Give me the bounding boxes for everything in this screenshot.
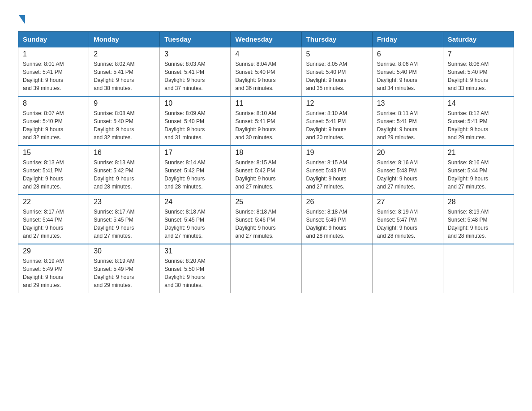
col-header-sunday: Sunday — [18, 32, 89, 47]
calendar-day-cell: 6 Sunrise: 8:06 AM Sunset: 5:40 PM Dayli… — [372, 47, 443, 96]
logo — [18, 13, 25, 22]
day-number: 24 — [164, 198, 226, 206]
calendar-day-cell: 25 Sunrise: 8:18 AM Sunset: 5:46 PM Dayl… — [231, 195, 301, 244]
calendar-day-cell: 9 Sunrise: 8:08 AM Sunset: 5:40 PM Dayli… — [89, 96, 160, 146]
day-info: Sunrise: 8:01 AM Sunset: 5:41 PM Dayligh… — [23, 60, 84, 92]
calendar-day-cell: 13 Sunrise: 8:11 AM Sunset: 5:41 PM Dayl… — [372, 96, 443, 146]
day-info: Sunrise: 8:08 AM Sunset: 5:40 PM Dayligh… — [94, 109, 155, 141]
col-header-wednesday: Wednesday — [231, 32, 301, 47]
calendar-day-cell: 7 Sunrise: 8:06 AM Sunset: 5:40 PM Dayli… — [443, 47, 514, 96]
day-info: Sunrise: 8:19 AM Sunset: 5:47 PM Dayligh… — [377, 208, 438, 240]
day-info: Sunrise: 8:18 AM Sunset: 5:46 PM Dayligh… — [306, 208, 368, 240]
day-number: 9 — [94, 99, 155, 107]
day-number: 12 — [306, 99, 368, 107]
calendar-day-cell: 21 Sunrise: 8:16 AM Sunset: 5:44 PM Dayl… — [443, 146, 514, 195]
day-info: Sunrise: 8:14 AM Sunset: 5:42 PM Dayligh… — [164, 158, 226, 191]
calendar-day-cell: 16 Sunrise: 8:13 AM Sunset: 5:42 PM Dayl… — [89, 146, 160, 195]
day-number: 15 — [23, 149, 84, 157]
calendar-day-cell: 14 Sunrise: 8:12 AM Sunset: 5:41 PM Dayl… — [443, 96, 514, 146]
calendar-day-cell — [372, 244, 443, 293]
calendar-day-cell: 12 Sunrise: 8:10 AM Sunset: 5:41 PM Dayl… — [301, 96, 372, 146]
col-header-tuesday: Tuesday — [160, 32, 231, 47]
calendar-day-cell: 27 Sunrise: 8:19 AM Sunset: 5:47 PM Dayl… — [372, 195, 443, 244]
day-info: Sunrise: 8:05 AM Sunset: 5:40 PM Dayligh… — [306, 60, 368, 92]
calendar-day-cell: 23 Sunrise: 8:17 AM Sunset: 5:45 PM Dayl… — [89, 195, 160, 244]
calendar-day-cell: 20 Sunrise: 8:16 AM Sunset: 5:43 PM Dayl… — [372, 146, 443, 195]
day-number: 11 — [235, 99, 296, 107]
day-info: Sunrise: 8:17 AM Sunset: 5:44 PM Dayligh… — [23, 208, 84, 240]
calendar-day-cell: 4 Sunrise: 8:04 AM Sunset: 5:40 PM Dayli… — [231, 47, 301, 96]
logo-arrow-icon — [19, 15, 25, 24]
day-number: 5 — [306, 50, 368, 58]
calendar-day-cell: 26 Sunrise: 8:18 AM Sunset: 5:46 PM Dayl… — [301, 195, 372, 244]
day-info: Sunrise: 8:15 AM Sunset: 5:43 PM Dayligh… — [306, 158, 368, 191]
day-info: Sunrise: 8:13 AM Sunset: 5:41 PM Dayligh… — [23, 158, 84, 191]
day-number: 31 — [164, 247, 226, 255]
day-number: 17 — [164, 149, 226, 157]
day-number: 2 — [94, 50, 155, 58]
calendar-day-cell: 10 Sunrise: 8:09 AM Sunset: 5:40 PM Dayl… — [160, 96, 231, 146]
day-number: 27 — [377, 198, 438, 206]
calendar-table: SundayMondayTuesdayWednesdayThursdayFrid… — [18, 31, 514, 293]
day-info: Sunrise: 8:06 AM Sunset: 5:40 PM Dayligh… — [377, 60, 438, 92]
day-number: 28 — [448, 198, 509, 206]
day-number: 23 — [94, 198, 155, 206]
day-number: 10 — [164, 99, 226, 107]
day-info: Sunrise: 8:18 AM Sunset: 5:45 PM Dayligh… — [164, 208, 226, 240]
day-info: Sunrise: 8:07 AM Sunset: 5:40 PM Dayligh… — [23, 109, 84, 141]
calendar-day-cell: 3 Sunrise: 8:03 AM Sunset: 5:41 PM Dayli… — [160, 47, 231, 96]
calendar-day-cell: 31 Sunrise: 8:20 AM Sunset: 5:50 PM Dayl… — [160, 244, 231, 293]
day-info: Sunrise: 8:11 AM Sunset: 5:41 PM Dayligh… — [377, 109, 438, 141]
day-info: Sunrise: 8:03 AM Sunset: 5:41 PM Dayligh… — [164, 60, 226, 92]
col-header-monday: Monday — [89, 32, 160, 47]
calendar-day-cell — [231, 244, 301, 293]
day-info: Sunrise: 8:15 AM Sunset: 5:42 PM Dayligh… — [235, 158, 296, 191]
calendar-day-cell: 24 Sunrise: 8:18 AM Sunset: 5:45 PM Dayl… — [160, 195, 231, 244]
day-info: Sunrise: 8:19 AM Sunset: 5:49 PM Dayligh… — [94, 257, 155, 289]
calendar-day-cell: 28 Sunrise: 8:19 AM Sunset: 5:48 PM Dayl… — [443, 195, 514, 244]
calendar-day-cell — [443, 244, 514, 293]
calendar-day-cell: 2 Sunrise: 8:02 AM Sunset: 5:41 PM Dayli… — [89, 47, 160, 96]
calendar-day-cell: 19 Sunrise: 8:15 AM Sunset: 5:43 PM Dayl… — [301, 146, 372, 195]
day-info: Sunrise: 8:19 AM Sunset: 5:48 PM Dayligh… — [448, 208, 509, 240]
day-info: Sunrise: 8:04 AM Sunset: 5:40 PM Dayligh… — [235, 60, 296, 92]
day-number: 22 — [23, 198, 84, 206]
calendar-day-cell: 1 Sunrise: 8:01 AM Sunset: 5:41 PM Dayli… — [18, 47, 89, 96]
day-number: 7 — [448, 50, 509, 58]
day-number: 13 — [377, 99, 438, 107]
day-number: 25 — [235, 198, 296, 206]
day-info: Sunrise: 8:10 AM Sunset: 5:41 PM Dayligh… — [306, 109, 368, 141]
calendar-day-cell: 5 Sunrise: 8:05 AM Sunset: 5:40 PM Dayli… — [301, 47, 372, 96]
col-header-friday: Friday — [372, 32, 443, 47]
day-number: 18 — [235, 149, 296, 157]
calendar-day-cell: 11 Sunrise: 8:10 AM Sunset: 5:41 PM Dayl… — [231, 96, 301, 146]
day-number: 3 — [164, 50, 226, 58]
calendar-day-cell: 30 Sunrise: 8:19 AM Sunset: 5:49 PM Dayl… — [89, 244, 160, 293]
day-info: Sunrise: 8:18 AM Sunset: 5:46 PM Dayligh… — [235, 208, 296, 240]
day-number: 20 — [377, 149, 438, 157]
calendar-day-cell — [301, 244, 372, 293]
day-info: Sunrise: 8:16 AM Sunset: 5:44 PM Dayligh… — [448, 158, 509, 191]
calendar-week-row: 29 Sunrise: 8:19 AM Sunset: 5:49 PM Dayl… — [18, 244, 514, 293]
page-header — [18, 13, 514, 22]
day-info: Sunrise: 8:09 AM Sunset: 5:40 PM Dayligh… — [164, 109, 226, 141]
calendar-week-row: 15 Sunrise: 8:13 AM Sunset: 5:41 PM Dayl… — [18, 146, 514, 195]
day-info: Sunrise: 8:06 AM Sunset: 5:40 PM Dayligh… — [448, 60, 509, 92]
calendar-week-row: 1 Sunrise: 8:01 AM Sunset: 5:41 PM Dayli… — [18, 47, 514, 96]
calendar-day-cell: 18 Sunrise: 8:15 AM Sunset: 5:42 PM Dayl… — [231, 146, 301, 195]
day-info: Sunrise: 8:02 AM Sunset: 5:41 PM Dayligh… — [94, 60, 155, 92]
calendar-day-cell: 15 Sunrise: 8:13 AM Sunset: 5:41 PM Dayl… — [18, 146, 89, 195]
calendar-day-cell: 8 Sunrise: 8:07 AM Sunset: 5:40 PM Dayli… — [18, 96, 89, 146]
day-info: Sunrise: 8:13 AM Sunset: 5:42 PM Dayligh… — [94, 158, 155, 191]
day-info: Sunrise: 8:12 AM Sunset: 5:41 PM Dayligh… — [448, 109, 509, 141]
calendar-day-cell: 17 Sunrise: 8:14 AM Sunset: 5:42 PM Dayl… — [160, 146, 231, 195]
col-header-thursday: Thursday — [301, 32, 372, 47]
day-info: Sunrise: 8:16 AM Sunset: 5:43 PM Dayligh… — [377, 158, 438, 191]
calendar-day-cell: 22 Sunrise: 8:17 AM Sunset: 5:44 PM Dayl… — [18, 195, 89, 244]
col-header-saturday: Saturday — [443, 32, 514, 47]
day-number: 6 — [377, 50, 438, 58]
day-number: 16 — [94, 149, 155, 157]
day-number: 14 — [448, 99, 509, 107]
calendar-day-cell: 29 Sunrise: 8:19 AM Sunset: 5:49 PM Dayl… — [18, 244, 89, 293]
day-number: 4 — [235, 50, 296, 58]
